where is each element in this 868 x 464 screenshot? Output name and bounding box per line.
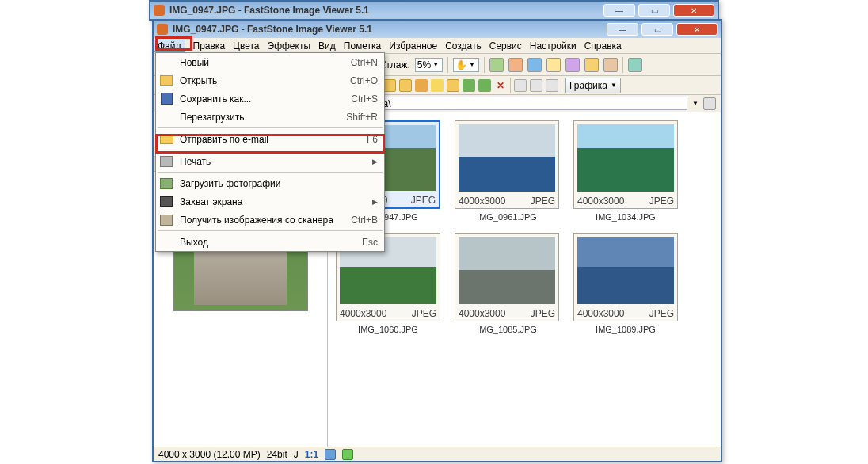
separator <box>447 57 448 73</box>
menubar: Файл Правка Цвета Эффекты Вид Пометка Из… <box>154 38 721 54</box>
thumbnail-dimensions: 4000x3000 <box>459 308 505 319</box>
folder-up-icon[interactable] <box>415 79 428 92</box>
minimize-button[interactable]: — <box>607 23 638 36</box>
close-button[interactable]: ✕ <box>676 23 718 36</box>
capture-icon <box>159 195 173 209</box>
view-thumbnails-icon[interactable] <box>546 79 558 92</box>
maximize-button[interactable]: ▭ <box>641 23 673 36</box>
file-menu-dropdown: Новый Ctrl+N Открыть Ctrl+O Сохранить ка… <box>155 52 385 252</box>
thumbnail-image <box>459 237 555 304</box>
thumbnail-dimensions: 4000x3000 <box>577 196 624 207</box>
path-field[interactable]: то\Природа\ <box>333 97 687 110</box>
thumbnail-frame: 4000x3000JPEG <box>573 120 678 209</box>
hand-tool[interactable]: ✋ ▼ <box>453 58 479 72</box>
menu-item-reload[interactable]: Перезагрузить Shift+R <box>156 108 384 126</box>
thumbnail[interactable]: 4000x3000JPEGIMG_1085.JPG <box>455 233 559 334</box>
app-icon <box>154 5 165 16</box>
thumbnail[interactable]: 4000x3000JPEGIMG_1089.JPG <box>573 233 678 334</box>
view-details-icon[interactable] <box>514 79 527 92</box>
menu-edit[interactable]: Правка <box>193 40 226 51</box>
menu-favorites[interactable]: Избранное <box>389 40 437 51</box>
titlebar[interactable]: IMG_0947.JPG - FastStone Image Viewer 5.… <box>154 21 721 38</box>
menu-settings[interactable]: Настройки <box>530 40 577 51</box>
print-icon <box>159 154 173 169</box>
menu-item-save-as[interactable]: Сохранить как... Ctrl+S <box>156 89 384 108</box>
menu-item-open[interactable]: Открыть Ctrl+O <box>156 71 384 89</box>
chevron-down-icon[interactable]: ▼ <box>692 100 699 107</box>
thumbnail-frame: 4000x3000JPEG <box>573 233 678 321</box>
menu-help[interactable]: Справка <box>584 40 622 51</box>
status-dimensions: 4000 x 3000 (12.00 MP) <box>158 449 261 460</box>
view-list-icon[interactable] <box>530 79 542 92</box>
zoom-combo[interactable]: 5% ▼ <box>415 58 443 72</box>
email-icon <box>159 132 173 146</box>
thumbnail-type: JPEG <box>649 308 674 319</box>
menu-item-new[interactable]: Новый Ctrl+N <box>156 53 384 71</box>
menu-file[interactable]: Файл <box>154 40 185 52</box>
thumbnail-dimensions: 4000x3000 <box>459 196 505 207</box>
thumbnail-dimensions: 4000x3000 <box>340 308 386 319</box>
upload-icon <box>159 177 173 191</box>
chevron-down-icon: ▼ <box>432 61 439 68</box>
separator <box>562 78 562 93</box>
filter-label: Графика <box>569 80 607 91</box>
tool-icon[interactable] <box>628 58 642 72</box>
tool-icon[interactable] <box>603 58 618 72</box>
tool-icon[interactable] <box>565 58 580 72</box>
fit-window-icon[interactable] <box>325 449 336 460</box>
save-icon <box>159 92 173 106</box>
thumbnail[interactable]: 4000x3000JPEGIMG_1034.JPG <box>573 120 678 222</box>
menu-item-scanner[interactable]: Получить изображения со сканера Ctrl+B <box>156 211 384 229</box>
reload-icon <box>159 110 173 124</box>
thumbnail-filename: IMG_1085.JPG <box>455 325 559 334</box>
menu-create[interactable]: Создать <box>445 40 482 51</box>
folder-icon[interactable] <box>399 79 412 92</box>
thumbnail-frame: 4000x3000JPEG <box>455 233 559 321</box>
thumbnail-filename: IMG_1034.JPG <box>573 212 678 222</box>
thumbnail-image <box>577 124 674 192</box>
menu-item-print[interactable]: Печать ▶ <box>156 152 384 170</box>
menu-view[interactable]: Вид <box>318 40 336 51</box>
chevron-down-icon: ▼ <box>469 61 475 68</box>
menu-colors[interactable]: Цвета <box>233 40 259 51</box>
tool-icon[interactable] <box>508 58 523 72</box>
tool-icon[interactable] <box>489 58 504 72</box>
delete-icon[interactable]: ✕ <box>494 79 507 92</box>
menu-item-upload[interactable]: Загрузить фотографии <box>156 174 384 192</box>
folder-icon[interactable] <box>447 79 459 92</box>
thumbnail[interactable]: 4000x3000JPEGIMG_0961.JPG <box>455 120 559 222</box>
menu-item-email[interactable]: Отправить по e-mail F6 <box>156 130 384 148</box>
tool-icon[interactable] <box>546 58 561 72</box>
actual-size-icon[interactable] <box>342 449 353 460</box>
tool-icon[interactable] <box>527 58 542 72</box>
menu-effects[interactable]: Эффекты <box>268 40 311 51</box>
background-window: IMG_0947.JPG - FastStone Image Viewer 5.… <box>149 0 719 21</box>
chevron-down-icon: ▼ <box>611 82 617 89</box>
new-icon <box>159 55 173 70</box>
thumbnail-filename: IMG_1060.JPG <box>336 325 440 334</box>
trash-icon[interactable] <box>703 97 716 110</box>
minimize-button[interactable]: — <box>603 4 635 17</box>
folder-icon[interactable] <box>383 79 396 92</box>
menu-tools[interactable]: Сервис <box>489 40 522 51</box>
forward-icon[interactable] <box>478 79 491 92</box>
close-button[interactable]: ✕ <box>673 4 714 17</box>
thumbnail-area: 4000x3000JPEGIMG_0947.JPG4000x3000JPEGIM… <box>328 112 721 447</box>
thumbnail-type: JPEG <box>531 308 555 319</box>
menu-item-exit[interactable]: Выход Esc <box>156 233 384 251</box>
back-icon[interactable] <box>463 79 475 92</box>
menu-divider <box>158 127 383 128</box>
separator <box>510 78 511 93</box>
menu-tag[interactable]: Пометка <box>344 40 382 51</box>
filter-dropdown[interactable]: Графика ▼ <box>565 78 621 93</box>
thumbnail-type: JPEG <box>531 196 555 207</box>
maximize-button[interactable]: ▭ <box>638 4 670 17</box>
separator <box>622 57 623 73</box>
menu-divider <box>158 230 383 231</box>
thumbnail-dimensions: 4000x3000 <box>577 308 624 319</box>
submenu-arrow-icon: ▶ <box>372 158 378 165</box>
status-zoom-ratio[interactable]: 1:1 <box>305 449 318 460</box>
tool-icon[interactable] <box>584 58 599 72</box>
favorite-star-icon[interactable] <box>431 79 444 92</box>
menu-item-capture[interactable]: Захват экрана ▶ <box>156 192 384 211</box>
